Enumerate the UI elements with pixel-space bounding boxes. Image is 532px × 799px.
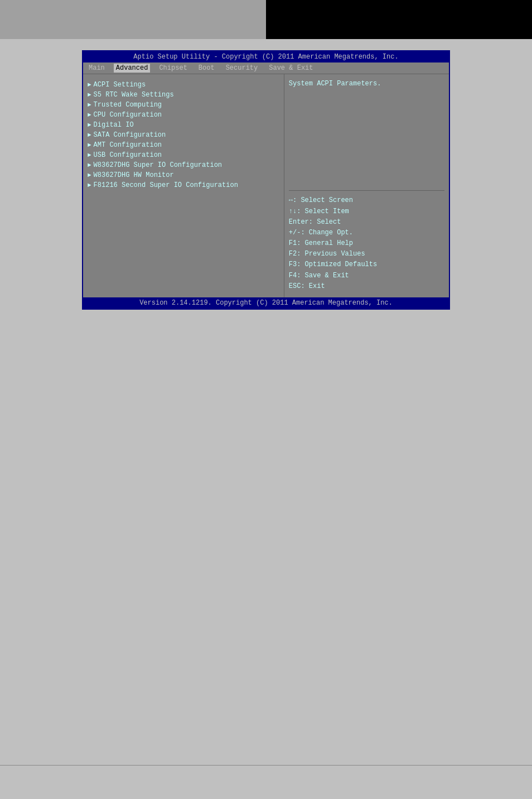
arrow-icon-s5: ► <box>88 92 91 98</box>
entry-trusted-computing[interactable]: ► Trusted Computing <box>88 100 279 110</box>
entry-s5-rtc[interactable]: ► S5 RTC Wake Settings <box>88 90 279 100</box>
bios-footer: Version 2.14.1219. Copyright (C) 2011 Am… <box>83 297 449 309</box>
entry-label-acpi: ACPI Settings <box>94 81 146 89</box>
entry-cpu-config[interactable]: ► CPU Configuration <box>88 110 279 120</box>
bios-menu-bar: Main Advanced Chipset Boot Security Save… <box>83 62 449 74</box>
entry-w83627-super-io[interactable]: ► W83627DHG Super IO Configuration <box>88 160 279 170</box>
arrow-icon-usb: ► <box>88 152 91 158</box>
key-optimized-defaults: F3: Optimized Defaults <box>289 259 444 270</box>
entry-usb-config[interactable]: ► USB Configuration <box>88 150 279 160</box>
entry-label-f81216: F81216 Second Super IO Configuration <box>94 181 238 189</box>
entry-w83627-hw-monitor[interactable]: ► W83627DHG HW Monitor <box>88 170 279 180</box>
arrow-icon-acpi: ► <box>88 81 91 88</box>
entry-f81216-super-io[interactable]: ► F81216 Second Super IO Configuration <box>88 180 279 190</box>
arrow-icon-trusted: ► <box>88 102 91 108</box>
bios-title: Aptio Setup Utility - Copyright (C) 2011… <box>83 51 449 62</box>
arrow-icon-cpu: ► <box>88 112 91 118</box>
arrow-icon-w83627-hw: ► <box>88 172 91 179</box>
arrow-icon-sata: ► <box>88 132 91 138</box>
entry-digital-io[interactable]: ► Digital IO <box>88 120 279 130</box>
entry-sata-config[interactable]: ► SATA Configuration <box>88 130 279 140</box>
entry-label-usb: USB Configuration <box>94 151 162 159</box>
menu-item-chipset[interactable]: Chipset <box>157 64 189 73</box>
page-wrapper: Aptio Setup Utility - Copyright (C) 2011… <box>0 0 532 799</box>
arrow-icon-w83627-super: ► <box>88 162 91 169</box>
entry-amt-config[interactable]: ► AMT Configuration <box>88 140 279 150</box>
bios-left-panel: ► ACPI Settings ► S5 RTC Wake Settings ►… <box>83 74 284 297</box>
entry-label-sata: SATA Configuration <box>94 131 166 139</box>
key-change-opt: +/-: Change Opt. <box>289 228 444 238</box>
entry-label-w83627-super: W83627DHG Super IO Configuration <box>94 161 222 169</box>
bottom-separator <box>0 765 532 766</box>
key-legend: ↔: Select Screen ↑↓: Select Item Enter: … <box>289 195 444 292</box>
key-select-screen: ↔: Select Screen <box>289 195 444 206</box>
arrow-icon-amt: ► <box>88 142 91 148</box>
entry-label-trusted: Trusted Computing <box>94 101 162 109</box>
entry-label-w83627-hw: W83627DHG HW Monitor <box>94 171 174 179</box>
key-enter-select: Enter: Select <box>289 217 444 228</box>
entry-label-s5: S5 RTC Wake Settings <box>94 91 174 99</box>
top-banner <box>0 0 532 39</box>
entry-label-amt: AMT Configuration <box>94 141 162 149</box>
top-banner-right <box>266 0 532 39</box>
bios-container: Aptio Setup Utility - Copyright (C) 2011… <box>82 50 450 310</box>
key-general-help: F1: General Help <box>289 238 444 249</box>
key-previous-values: F2: Previous Values <box>289 249 444 259</box>
key-select-item: ↑↓: Select Item <box>289 206 444 217</box>
top-banner-left <box>0 0 266 39</box>
menu-item-boot[interactable]: Boot <box>196 64 217 73</box>
divider <box>289 190 444 191</box>
help-text: System ACPI Parameters. <box>289 80 444 180</box>
entry-label-cpu: CPU Configuration <box>94 111 162 119</box>
arrow-icon-f81216: ► <box>88 182 91 189</box>
menu-item-main[interactable]: Main <box>86 64 107 73</box>
bios-content: ► ACPI Settings ► S5 RTC Wake Settings ►… <box>83 74 449 297</box>
key-esc-exit: ESC: Exit <box>289 281 444 292</box>
entry-label-digital: Digital IO <box>94 121 134 129</box>
menu-item-save-exit[interactable]: Save & Exit <box>267 64 315 73</box>
entry-acpi-settings[interactable]: ► ACPI Settings <box>88 80 279 90</box>
arrow-icon-digital: ► <box>88 122 91 128</box>
menu-item-security[interactable]: Security <box>224 64 260 73</box>
key-save-exit: F4: Save & Exit <box>289 271 444 281</box>
bios-right-panel: System ACPI Parameters. ↔: Select Screen… <box>284 74 449 297</box>
menu-item-advanced[interactable]: Advanced <box>114 64 151 73</box>
